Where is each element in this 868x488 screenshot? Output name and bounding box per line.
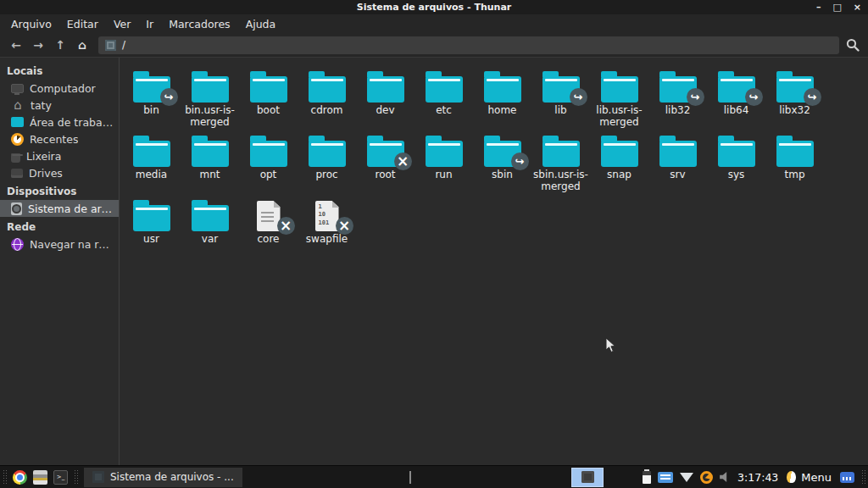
sidebar-item[interactable]: Recentes — [0, 130, 119, 147]
file-label: var — [202, 234, 218, 246]
file-item[interactable]: usr — [122, 193, 181, 258]
file-icon-wrap — [601, 133, 638, 167]
file-label: sbin.usr-is-merged — [532, 169, 589, 193]
menu-item[interactable]: Arquivo — [3, 16, 59, 32]
clock[interactable]: 3:17:43 — [737, 471, 778, 484]
file-label: run — [435, 169, 452, 181]
file-item[interactable]: bin.usr-is-merged — [181, 64, 239, 129]
file-item[interactable]: run — [415, 129, 473, 193]
sidebar-item[interactable]: Drives — [0, 164, 119, 181]
volume-icon[interactable] — [720, 472, 731, 482]
menu-item[interactable]: Ajuda — [238, 16, 284, 32]
path-bar[interactable]: / — [98, 36, 839, 54]
file-item[interactable]: lib32 — [648, 64, 707, 129]
file-item[interactable]: dev — [356, 64, 415, 129]
file-item[interactable]: swapfile — [298, 193, 356, 258]
file-label: swapfile — [306, 234, 348, 246]
file-item[interactable]: media — [122, 129, 181, 193]
window-titlebar[interactable]: Sistema de arquivos - Thunar – □ × — [0, 0, 868, 14]
toolbar: ← → ↑ ⌂ / — [0, 33, 868, 58]
sidebar-item-label: Recentes — [30, 133, 78, 146]
file-item[interactable]: snap — [590, 129, 648, 193]
panel-grip[interactable] — [74, 469, 78, 485]
sidebar-item[interactable]: Área de trabalho — [0, 114, 119, 130]
menu-item[interactable]: Ver — [106, 16, 138, 32]
file-item[interactable]: libx32 — [765, 64, 824, 129]
file-label: media — [136, 169, 167, 181]
chat-icon[interactable] — [840, 472, 854, 483]
sidebar-item[interactable]: Navegar na rede — [0, 236, 119, 252]
sidebar-item-icon — [11, 238, 24, 251]
file-label: lib64 — [724, 105, 749, 117]
up-button[interactable]: ↑ — [51, 36, 70, 54]
sidebar-item[interactable]: taty — [0, 97, 119, 114]
menu-item[interactable]: Editar — [59, 16, 106, 32]
file-item[interactable]: core — [239, 193, 298, 258]
menu-item[interactable]: Marcadores — [161, 16, 238, 32]
maximize-button[interactable]: □ — [832, 3, 841, 12]
file-item[interactable]: opt — [239, 129, 298, 193]
sidebar-item[interactable]: Sistema de arquiv... — [0, 200, 119, 217]
back-button[interactable]: ← — [7, 36, 25, 54]
file-item[interactable]: sbin.usr-is-merged — [531, 129, 590, 193]
sidebar-item[interactable]: Lixeira — [0, 147, 119, 164]
keyboard-indicator-icon[interactable] — [658, 472, 673, 483]
taskbar-window-button[interactable]: Sistema de arquivos - ... — [84, 468, 242, 487]
panel-grip[interactable] — [861, 469, 865, 485]
chrome-launcher-icon[interactable] — [13, 470, 27, 485]
file-item[interactable]: home — [473, 64, 531, 129]
sidebar-item-label: Computador — [30, 82, 96, 95]
sidebar-item[interactable]: Computador — [0, 80, 119, 97]
file-item[interactable]: tmp — [765, 129, 824, 193]
terminal-launcher-icon[interactable] — [53, 470, 68, 485]
emblem-icon — [687, 88, 704, 106]
sidebar-item-icon — [11, 117, 24, 127]
taskbar: Sistema de arquivos - ... 3:17:43 Menu — [0, 465, 868, 488]
updates-icon[interactable] — [700, 471, 713, 484]
file-item[interactable]: var — [181, 193, 239, 258]
file-icon-wrap — [309, 69, 346, 103]
file-icon — [367, 76, 404, 103]
wifi-icon[interactable] — [680, 473, 693, 482]
file-item[interactable]: lib.usr-is-merged — [590, 64, 648, 129]
file-item[interactable]: srv — [648, 129, 707, 193]
forward-button[interactable]: → — [29, 36, 47, 54]
file-label: snap — [607, 169, 632, 181]
file-item[interactable]: sys — [707, 129, 765, 193]
file-item[interactable]: root — [356, 129, 415, 193]
close-button[interactable]: × — [854, 3, 861, 12]
file-icon-wrap — [367, 133, 404, 167]
file-label: home — [487, 105, 516, 117]
network-list: Navegar na rede — [0, 236, 119, 252]
workspace-switcher[interactable] — [571, 468, 604, 487]
file-item[interactable]: cdrom — [298, 64, 356, 129]
files-launcher-icon[interactable] — [33, 470, 47, 485]
file-item[interactable]: lib — [531, 64, 590, 129]
battery-icon[interactable] — [643, 471, 651, 484]
taskbar-window-label: Sistema de arquivos - ... — [110, 471, 234, 483]
file-item[interactable]: lib64 — [707, 64, 765, 129]
panel-grip[interactable] — [3, 469, 7, 485]
places-list: Computador taty Área de trabalho — [0, 80, 119, 181]
sidebar-item-label: Navegar na rede — [30, 238, 115, 251]
file-icon-wrap — [659, 133, 697, 167]
file-icon-wrap — [192, 197, 229, 231]
file-item[interactable]: boot — [239, 64, 298, 129]
file-label: sbin — [492, 169, 513, 181]
file-item[interactable]: bin — [122, 64, 181, 129]
file-item[interactable]: sbin — [473, 129, 531, 193]
file-item[interactable]: etc — [415, 64, 473, 129]
file-label: lib32 — [665, 105, 691, 117]
file-item[interactable]: mnt — [181, 129, 239, 193]
search-button[interactable] — [843, 35, 863, 55]
workspace-window-icon — [581, 471, 594, 483]
menu-button-label: Menu — [801, 471, 832, 484]
file-icon — [133, 205, 170, 231]
file-icon — [776, 141, 814, 167]
menu-item[interactable]: Ir — [138, 16, 161, 32]
home-button[interactable]: ⌂ — [73, 36, 92, 54]
minimize-button[interactable]: – — [816, 3, 821, 12]
file-icon — [718, 141, 755, 167]
file-item[interactable]: proc — [298, 129, 356, 193]
menu-button[interactable]: Menu — [785, 471, 833, 484]
